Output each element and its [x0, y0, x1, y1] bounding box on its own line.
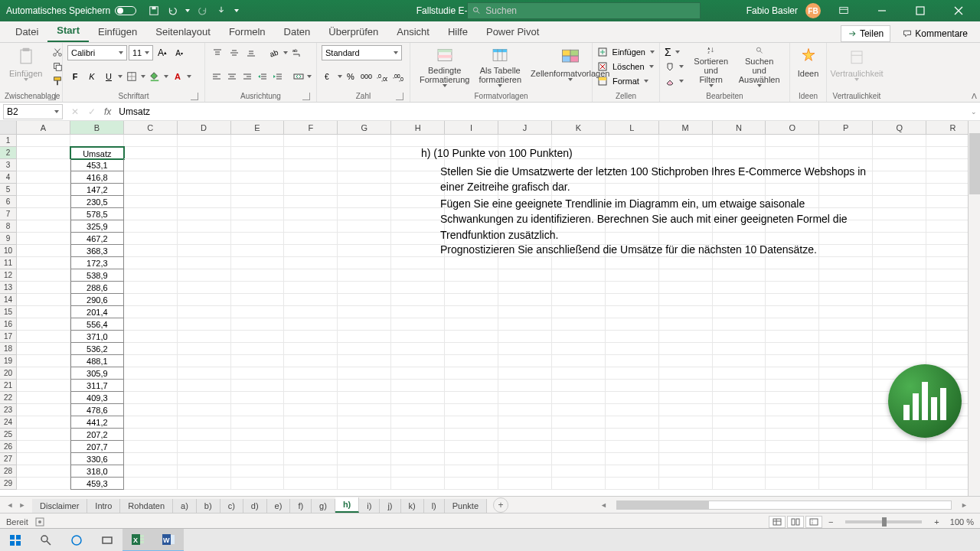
- cell-A10[interactable]: [17, 245, 70, 257]
- cell-P18[interactable]: [819, 343, 873, 355]
- row-header-18[interactable]: 18: [0, 343, 17, 355]
- column-header-E[interactable]: E: [231, 121, 285, 134]
- fx-icon[interactable]: fx: [104, 106, 111, 117]
- cell-A7[interactable]: [17, 208, 70, 220]
- cell-B5[interactable]: 147,2: [70, 184, 124, 196]
- cell-I11[interactable]: [445, 257, 498, 269]
- cell-N23[interactable]: [713, 404, 766, 416]
- cell-A9[interactable]: [17, 233, 70, 245]
- cell-Q17[interactable]: [873, 331, 926, 343]
- cell-H11[interactable]: [391, 257, 445, 269]
- cell-C24[interactable]: [124, 416, 178, 429]
- cell-N1[interactable]: [713, 135, 766, 147]
- cell-P16[interactable]: [819, 318, 873, 331]
- cell-N17[interactable]: [713, 331, 766, 343]
- cell-K11[interactable]: [552, 257, 606, 269]
- cell-A26[interactable]: [17, 441, 70, 453]
- cell-D27[interactable]: [178, 453, 231, 465]
- cell-C10[interactable]: [124, 245, 178, 257]
- cell-N18[interactable]: [713, 343, 766, 355]
- conditional-formatting-button[interactable]: Bedingte Formatierung: [415, 44, 474, 89]
- increase-indent-button[interactable]: [271, 69, 285, 84]
- increase-decimal-button[interactable]: ,0,00: [375, 69, 390, 84]
- align-center-button[interactable]: [225, 69, 239, 84]
- collapse-ribbon-button[interactable]: ᐱ: [972, 92, 977, 100]
- column-header-N[interactable]: N: [713, 121, 766, 134]
- sheet-tab-Punkte[interactable]: Punkte: [445, 499, 487, 513]
- cell-D28[interactable]: [178, 465, 231, 478]
- cell-F25[interactable]: [284, 429, 338, 441]
- thousands-button[interactable]: 000: [359, 69, 374, 84]
- ribbon-display-icon[interactable]: [828, 0, 859, 21]
- cell-A3[interactable]: [17, 159, 70, 171]
- cell-A18[interactable]: [17, 343, 70, 355]
- cell-B10[interactable]: 368,3: [70, 245, 124, 257]
- cell-D4[interactable]: [178, 171, 231, 184]
- cell-G2[interactable]: [338, 147, 391, 159]
- cell-M27[interactable]: [659, 453, 713, 465]
- cell-O19[interactable]: [766, 355, 819, 367]
- sheet-tab-j[interactable]: j): [380, 499, 400, 513]
- cell-M20[interactable]: [659, 367, 713, 380]
- chevron-down-icon[interactable]: [338, 75, 342, 78]
- cell-L19[interactable]: [606, 355, 659, 367]
- task-view-button[interactable]: [92, 529, 122, 552]
- row-header-28[interactable]: 28: [0, 465, 17, 478]
- cell-G15[interactable]: [338, 306, 391, 318]
- cell-C12[interactable]: [124, 269, 178, 282]
- cell-F24[interactable]: [284, 416, 338, 429]
- font-size-combo[interactable]: 11: [129, 45, 153, 60]
- cell-N20[interactable]: [713, 367, 766, 380]
- decrease-font-button[interactable]: A▾: [172, 45, 187, 60]
- cell-H22[interactable]: [391, 392, 445, 404]
- cell-E26[interactable]: [231, 441, 285, 453]
- cell-B24[interactable]: 441,2: [70, 416, 124, 429]
- cell-N28[interactable]: [713, 465, 766, 478]
- cell-H28[interactable]: [391, 465, 445, 478]
- sheet-tab-h[interactable]: h): [335, 497, 359, 513]
- cell-D29[interactable]: [178, 478, 231, 490]
- cell-C26[interactable]: [124, 441, 178, 453]
- cell-G8[interactable]: [338, 220, 391, 233]
- cell-K18[interactable]: [552, 343, 606, 355]
- cell-H26[interactable]: [391, 441, 445, 453]
- cell-G13[interactable]: [338, 282, 391, 294]
- tab-start[interactable]: Start: [47, 20, 89, 42]
- qat-customize-icon[interactable]: [234, 9, 239, 12]
- cell-A4[interactable]: [17, 171, 70, 184]
- maximize-button[interactable]: [905, 0, 936, 21]
- sheet-tab-Disclaimer[interactable]: Disclaimer: [32, 499, 87, 513]
- delete-cells-button[interactable]: Löschen: [597, 59, 655, 73]
- cell-H8[interactable]: [391, 220, 445, 233]
- cell-C27[interactable]: [124, 453, 178, 465]
- cell-E10[interactable]: [231, 245, 285, 257]
- cell-G18[interactable]: [338, 343, 391, 355]
- minimize-button[interactable]: [867, 0, 897, 21]
- number-dialog-launcher[interactable]: [396, 93, 403, 100]
- row-header-29[interactable]: 29: [0, 478, 17, 490]
- align-top-button[interactable]: [210, 45, 225, 60]
- cell-J12[interactable]: [498, 269, 552, 282]
- cell-F22[interactable]: [284, 392, 338, 404]
- cell-B17[interactable]: 371,0: [70, 331, 124, 343]
- cell-C16[interactable]: [124, 318, 178, 331]
- horizontal-scrollbar[interactable]: ◄ ►: [600, 500, 968, 510]
- cell-J21[interactable]: [498, 380, 552, 392]
- cell-G12[interactable]: [338, 269, 391, 282]
- cell-H21[interactable]: [391, 380, 445, 392]
- cell-M13[interactable]: [659, 282, 713, 294]
- cell-N26[interactable]: [713, 441, 766, 453]
- cell-L17[interactable]: [606, 331, 659, 343]
- zoom-level[interactable]: 100 %: [950, 517, 974, 527]
- cell-D2[interactable]: [178, 147, 231, 159]
- cell-B2[interactable]: Umsatz: [70, 147, 124, 159]
- format-as-table-button[interactable]: Als Tabelle formatieren: [474, 44, 526, 89]
- cell-E8[interactable]: [231, 220, 285, 233]
- tab-daten[interactable]: Daten: [275, 21, 320, 42]
- sheet-tab-Rohdaten[interactable]: Rohdaten: [120, 499, 173, 513]
- cell-F17[interactable]: [284, 331, 338, 343]
- cell-B8[interactable]: 325,9: [70, 220, 124, 233]
- cell-F7[interactable]: [284, 208, 338, 220]
- autosave-toggle[interactable]: [115, 6, 136, 15]
- column-header-C[interactable]: C: [124, 121, 178, 134]
